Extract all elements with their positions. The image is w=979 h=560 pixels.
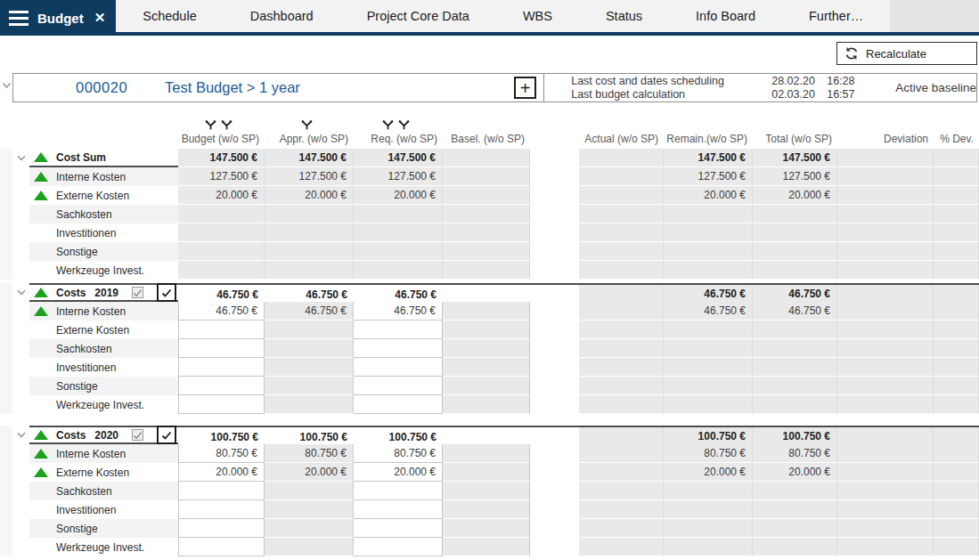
value-cell	[753, 261, 837, 280]
expand-chevron-icon[interactable]	[17, 432, 26, 438]
column-header-total[interactable]: Total (w/o SP)	[753, 110, 837, 149]
value-cell	[265, 242, 354, 261]
filter-arrow-icon[interactable]	[221, 120, 233, 130]
value-cell[interactable]	[178, 482, 265, 500]
recalculate-label: Recalculate	[866, 47, 926, 61]
tab-schedule[interactable]: Schedule	[116, 0, 223, 32]
value-cell[interactable]	[354, 395, 443, 414]
check-icon	[133, 288, 143, 297]
group-year: 2019	[94, 287, 118, 299]
value-cell	[265, 321, 354, 339]
value-cell	[530, 285, 579, 304]
value-cell[interactable]	[354, 377, 443, 395]
column-header-appr[interactable]: Appr. (w/o SP)	[265, 110, 354, 149]
row-label-cell: Interne Kosten	[29, 167, 178, 186]
value-cell[interactable]	[178, 377, 265, 395]
value-cell	[753, 500, 837, 519]
close-icon[interactable]: ✕	[94, 10, 106, 26]
value-cell[interactable]	[354, 358, 443, 377]
cost-category-label: Externe Kosten	[56, 324, 129, 337]
expand-chevron-icon[interactable]	[17, 289, 26, 296]
cost-category-label: Werkzeuge Invest.	[56, 264, 144, 277]
value-cell[interactable]	[178, 321, 265, 339]
value-cell: 127.500 €	[664, 167, 753, 186]
value-cell	[530, 261, 579, 280]
add-button[interactable]: +	[514, 77, 536, 99]
active-tab-label: Budget	[37, 11, 84, 26]
value-cell	[934, 444, 979, 463]
value-cell[interactable]	[354, 538, 443, 556]
value-cell[interactable]	[354, 500, 443, 519]
section-divider	[543, 74, 544, 101]
value-cell: 46.750 €	[753, 302, 837, 321]
value-cell	[530, 149, 579, 167]
chevron-down-icon[interactable]	[2, 82, 12, 89]
value-cell	[579, 519, 664, 538]
table-row: Sonstige	[0, 242, 979, 261]
value-cell[interactable]	[354, 482, 443, 500]
menu-icon[interactable]	[9, 11, 29, 26]
value-cell[interactable]	[354, 339, 443, 358]
value-cell[interactable]: 46.750 €	[178, 302, 265, 321]
column-header-req[interactable]: Req. (w/o SP)	[354, 110, 443, 149]
value-cell	[934, 261, 979, 280]
column-label: Req. (w/o SP)	[371, 133, 437, 145]
value-cell	[837, 186, 934, 205]
value-cell[interactable]: 80.750 €	[354, 444, 443, 463]
filter-arrow-icon[interactable]	[205, 120, 216, 130]
value-cell[interactable]: 20.000 €	[178, 463, 265, 482]
value-cell[interactable]	[354, 519, 443, 538]
value-cell[interactable]	[178, 500, 265, 519]
tab-status[interactable]: Status	[579, 0, 669, 32]
column-header-remain[interactable]: Remain.(w/o SP)	[664, 110, 753, 149]
include-checkbox[interactable]	[157, 283, 176, 302]
tabbar-filler	[890, 0, 979, 32]
value-cell	[753, 358, 837, 377]
value-cell	[934, 302, 979, 321]
cost-category-label: Werkzeuge Invest.	[56, 399, 144, 411]
tab-wbs[interactable]: WBS	[496, 0, 579, 32]
column-header-budget[interactable]: Budget (w/o SP)	[178, 110, 265, 149]
value-cell	[530, 538, 579, 556]
recalculate-button[interactable]: Recalculate	[836, 42, 977, 65]
row-label-cell: Investitionen	[29, 223, 178, 242]
value-cell[interactable]: 80.750 €	[178, 444, 265, 463]
value-cell	[837, 205, 934, 223]
value-cell[interactable]	[178, 519, 265, 538]
column-label: Total (w/o SP)	[765, 133, 832, 145]
filter-arrow-icon[interactable]	[301, 120, 313, 130]
value-cell	[753, 242, 837, 261]
value-cell	[579, 377, 664, 395]
value-cell	[837, 538, 934, 556]
filter-arrow-icon[interactable]	[398, 120, 410, 130]
value-cell	[178, 261, 265, 280]
column-header-actual[interactable]: Actual (w/o SP)	[579, 110, 664, 149]
value-cell[interactable]	[178, 358, 265, 377]
value-cell	[934, 482, 979, 500]
value-cell	[579, 395, 664, 414]
expand-chevron-icon[interactable]	[17, 155, 26, 161]
value-cell[interactable]	[354, 321, 443, 339]
value-cell	[837, 223, 934, 242]
value-cell[interactable]	[178, 339, 265, 358]
value-cell[interactable]	[178, 395, 265, 414]
column-header-pdev[interactable]: % Dev.	[934, 110, 979, 149]
tab-further[interactable]: Further…	[782, 0, 890, 32]
column-header-basel[interactable]: Basel. (w/o SP)	[443, 110, 530, 149]
row-label-cell: Werkzeuge Invest.	[29, 261, 178, 280]
include-checkbox[interactable]	[157, 426, 176, 444]
locked-checkbox	[132, 287, 143, 298]
info-date: 02.03.20	[771, 88, 827, 101]
value-cell: 147.500 €	[178, 149, 265, 167]
tab-info-board[interactable]: Info Board	[669, 0, 782, 32]
column-header-deviation[interactable]: Deviation	[837, 110, 934, 149]
filter-arrow-icon[interactable]	[382, 120, 394, 130]
tab-project-core-data[interactable]: Project Core Data	[340, 0, 496, 32]
value-cell[interactable]	[178, 538, 265, 556]
tab-budget-active[interactable]: Budget ✕	[0, 0, 116, 36]
value-cell[interactable]: 20.000 €	[354, 463, 443, 482]
value-cell[interactable]: 46.750 €	[354, 302, 443, 321]
tab-dashboard[interactable]: Dashboard	[224, 0, 340, 32]
status-triangle-icon	[34, 191, 48, 200]
value-cell	[443, 482, 530, 500]
